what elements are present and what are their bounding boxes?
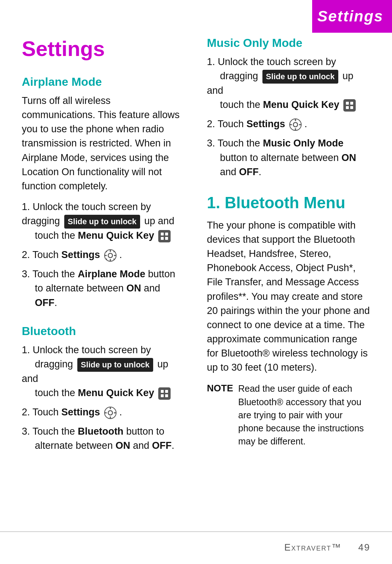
svg-rect-1 bbox=[161, 233, 164, 235]
svg-rect-24 bbox=[105, 412, 107, 413]
step-1-num: 1. bbox=[22, 201, 30, 212]
music-only-heading: Music Only Mode bbox=[207, 36, 370, 50]
svg-rect-10 bbox=[114, 255, 116, 256]
svg-rect-19 bbox=[165, 394, 168, 397]
svg-rect-3 bbox=[161, 237, 164, 240]
main-content: Settings Airplane Mode Turns off all wir… bbox=[22, 36, 370, 528]
svg-rect-2 bbox=[165, 233, 168, 235]
svg-point-32 bbox=[293, 122, 298, 127]
bluetooth-section: Bluetooth 1. Unlock the touch screen by … bbox=[22, 325, 185, 453]
music-only-mode-section: Music Only Mode 1. Unlock the touch scre… bbox=[207, 36, 370, 179]
settings-icon-1 bbox=[103, 249, 119, 260]
mom-step-2: 2. Touch Settings . bbox=[207, 117, 370, 131]
note-block: NOTE Read the user guide of each Bluetoo… bbox=[207, 382, 370, 448]
menu-key-icon bbox=[157, 230, 171, 241]
svg-rect-16 bbox=[161, 390, 164, 393]
period-2: . bbox=[119, 249, 122, 260]
bluetooth-heading: Bluetooth bbox=[22, 325, 185, 338]
bt-step-2-num: 2. bbox=[22, 407, 30, 418]
mom-step-2-num: 2. bbox=[207, 118, 215, 129]
svg-rect-9 bbox=[105, 255, 107, 256]
left-column: Settings Airplane Mode Turns off all wir… bbox=[22, 36, 185, 528]
bt-period-2: . bbox=[119, 407, 122, 418]
mom-step-3: 3. Touch the Music Only Mode button to a… bbox=[207, 136, 370, 179]
svg-rect-15 bbox=[158, 387, 171, 400]
note-text: Read the user guide of each Bluetooth® a… bbox=[238, 382, 370, 448]
step-2-num: 2. bbox=[22, 249, 30, 260]
svg-rect-17 bbox=[165, 390, 168, 393]
step-3-text: Touch the Airplane Mode button to altern… bbox=[22, 269, 175, 308]
footer-brand-page: Extravert™ 49 bbox=[284, 542, 370, 553]
svg-rect-28 bbox=[350, 102, 353, 105]
mom-step-1-num: 1. bbox=[207, 56, 215, 67]
svg-rect-25 bbox=[114, 412, 116, 413]
mom-step-1: 1. Unlock the touch screen by dragging S… bbox=[207, 55, 370, 112]
footer-brand: Extravert™ bbox=[284, 542, 342, 553]
svg-rect-4 bbox=[165, 237, 168, 240]
bt-step-1-num: 1. bbox=[22, 345, 30, 355]
bottom-divider bbox=[0, 531, 392, 532]
airplane-step-3: 3. Touch the Airplane Mode button to alt… bbox=[22, 267, 185, 310]
bt-step-3: 3. Touch the Bluetooth button to alterna… bbox=[22, 424, 185, 453]
right-column: Music Only Mode 1. Unlock the touch scre… bbox=[207, 36, 370, 528]
svg-point-21 bbox=[108, 411, 113, 415]
bt-step-2-text: Touch Settings bbox=[33, 407, 103, 418]
footer-page-number: 49 bbox=[358, 542, 370, 553]
mom-unlock-badge: Slide up to unlock bbox=[262, 70, 338, 84]
bt-settings-icon bbox=[103, 407, 119, 418]
airplane-mode-section: Airplane Mode Turns off all wireless com… bbox=[22, 75, 185, 310]
header-tab: Settings bbox=[312, 0, 392, 33]
svg-rect-34 bbox=[295, 128, 296, 130]
svg-rect-35 bbox=[290, 124, 292, 125]
unlock-badge: Slide up to unlock bbox=[64, 215, 140, 229]
svg-rect-26 bbox=[343, 99, 356, 112]
step-2-text: Touch Settings bbox=[33, 249, 103, 260]
svg-rect-30 bbox=[350, 106, 353, 109]
bt-step-3-num: 3. bbox=[22, 426, 30, 437]
svg-rect-0 bbox=[158, 230, 171, 242]
bt-step-2: 2. Touch Settings . bbox=[22, 405, 185, 419]
page-title: Settings bbox=[22, 36, 185, 61]
airplane-step-1: 1. Unlock the touch screen by dragging S… bbox=[22, 200, 185, 243]
bluetooth-menu-section: 1. Bluetooth Menu The your phone is comp… bbox=[207, 194, 370, 448]
svg-rect-7 bbox=[110, 250, 111, 252]
mom-period-2: . bbox=[305, 118, 307, 129]
footer: Extravert™ 49 bbox=[22, 542, 370, 553]
airplane-mode-body: Turns off all wireless communications. T… bbox=[22, 94, 185, 193]
svg-rect-18 bbox=[161, 394, 164, 397]
header-tab-label: Settings bbox=[317, 8, 383, 25]
bluetooth-menu-body: The your phone is compatible with device… bbox=[207, 218, 370, 375]
svg-rect-29 bbox=[346, 106, 349, 109]
mom-menu-key-icon bbox=[342, 99, 356, 110]
bt-step-3-text: Touch the Bluetooth button to alternate … bbox=[22, 426, 174, 451]
svg-rect-22 bbox=[110, 407, 111, 409]
mom-step-2-text: Touch Settings bbox=[218, 118, 288, 129]
bt-menu-key-icon bbox=[157, 387, 171, 398]
mom-step-3-num: 3. bbox=[207, 138, 215, 149]
svg-point-6 bbox=[108, 253, 113, 258]
svg-rect-23 bbox=[110, 416, 111, 418]
bt-step-1: 1. Unlock the touch screen by dragging S… bbox=[22, 343, 185, 400]
svg-rect-33 bbox=[295, 119, 296, 121]
note-label: NOTE bbox=[207, 382, 233, 448]
svg-rect-36 bbox=[299, 124, 301, 125]
step-3-num: 3. bbox=[22, 269, 30, 279]
airplane-step-2: 2. Touch Settings bbox=[22, 248, 185, 262]
bluetooth-menu-heading: 1. Bluetooth Menu bbox=[207, 194, 370, 212]
svg-rect-27 bbox=[346, 102, 349, 105]
mom-settings-icon bbox=[288, 118, 305, 129]
bt-unlock-badge: Slide up to unlock bbox=[77, 358, 153, 372]
mom-step-3-text: Touch the Music Only Mode button to alte… bbox=[207, 138, 356, 177]
svg-rect-8 bbox=[110, 259, 111, 261]
airplane-mode-heading: Airplane Mode bbox=[22, 75, 185, 89]
